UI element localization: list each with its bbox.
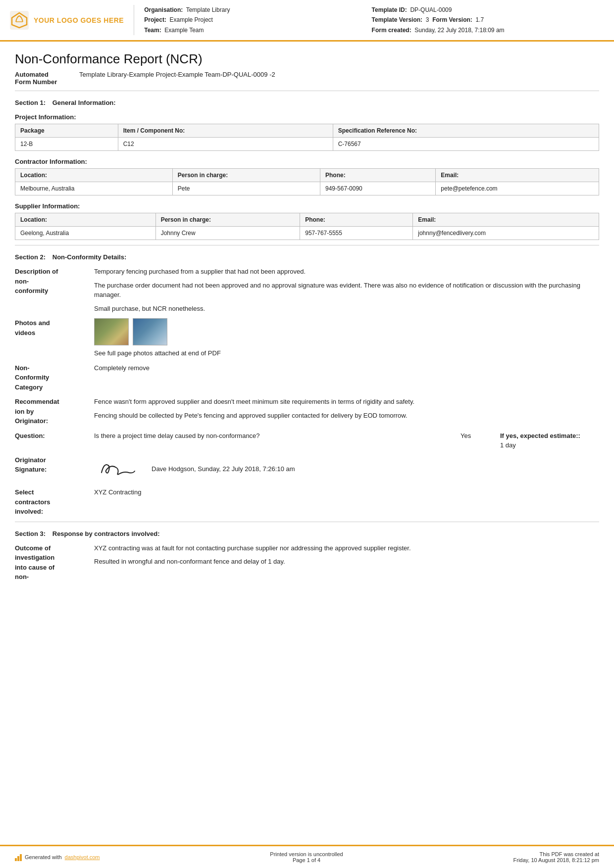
project-row: Project: Example Project [144,15,371,25]
footer-logo [15,853,22,861]
supplier-col-email: Email: [413,213,599,227]
form-created-value: Sunday, 22 July 2018, 7:18:09 am [414,27,504,34]
project-col-item: Item / Component No: [118,124,333,138]
description-p1: Temporary fencing purchased from a suppl… [94,267,599,277]
project-col-spec: Specification Reference No: [333,124,599,138]
question-estimate: If yes, expected estimate:: 1 day [500,431,599,450]
page: YOUR LOGO GOES HERE Organisation: Templa… [0,0,614,868]
supplier-col-person: Person in charge: [155,213,300,227]
logo-text: YOUR LOGO GOES HERE [34,16,124,24]
supplier-table: Location: Person in charge: Phone: Email… [15,213,599,240]
contractor-table-header-row: Location: Person in charge: Phone: Email… [15,169,599,182]
photos-label: Photos andvideos [15,318,94,338]
question-label: Question: [15,431,94,441]
question-answer: Yes [460,431,500,441]
project-label: Project: [144,16,166,23]
question-text: Is there a project time delay caused by … [94,431,460,441]
photo-thumb-2 [133,318,167,345]
contractor-col-person: Person in charge: [172,169,320,182]
question-estimate-value: 1 day [500,441,516,449]
photo-container [94,318,599,345]
team-label: Team: [144,27,161,34]
outcome-p1: XYZ contracting was at fault for not con… [94,543,599,553]
header-meta-left: Organisation: Template Library Project: … [144,5,371,35]
svg-rect-0 [10,11,29,30]
footer-bar-3 [20,854,22,861]
form-created-row: Form created: Sunday, 22 July 2018, 7:18… [372,25,599,35]
template-id-row: Template ID: DP-QUAL-0009 [372,5,599,15]
nc-category-row: Non-ConformityCategory Completely remove [15,363,599,392]
team-value: Example Team [164,27,204,34]
section1-title: General Information: [52,99,116,106]
project-table-header-row: Package Item / Component No: Specificati… [15,124,599,138]
section2-header: Section 2: Non-Conformity Details: [15,253,599,261]
contractor-col-email: Email: [436,169,599,182]
form-version-label: Form Version: [432,16,472,23]
recommendation-value: Fence wasn't form approved supplier and … [94,397,599,420]
outcome-label: Outcome ofinvestigationinto cause ofnon- [15,543,94,582]
form-version-value: 1.7 [475,16,484,23]
recommendation-row: Recommendation byOriginator: Fence wasn'… [15,397,599,426]
nc-category-value: Completely remove [94,363,599,373]
project-table-row: 12-B C12 C-76567 [15,138,599,151]
signature-display [94,455,144,483]
section2-num: Section 2: [15,253,46,261]
supplier-table-row: Geelong, Australia Johnny Crew 957-767-5… [15,227,599,240]
contractor-col-location: Location: [15,169,173,182]
footer-link[interactable]: dashpivot.com [65,854,100,860]
contractor-person-value: Pete [172,182,320,195]
recommendation-label: Recommendation byOriginator: [15,397,94,426]
originator-sig-row: OriginatorSignature: Dave Hodgson, Sunda… [15,455,599,483]
originator-sig-name: Dave Hodgson, Sunday, 22 July 2018, 7:26… [152,464,295,474]
footer-page-text: Page 1 of 4 [270,857,343,863]
photos-row: Photos andvideos See full page photos at… [15,318,599,358]
contractor-location-value: Melbourne, Australia [15,182,173,195]
form-created-label: Form created: [372,27,411,34]
org-label: Organisation: [144,6,183,13]
header-meta: Organisation: Template Library Project: … [144,5,599,35]
outcome-value: XYZ contracting was at fault for not con… [94,543,599,567]
footer: Generated with dashpivot.com Printed ver… [0,845,614,868]
outcome-row: Outcome ofinvestigationinto cause ofnon-… [15,543,599,582]
template-version-value: 3 [426,16,429,23]
project-col-package: Package [15,124,118,138]
form-number-label: AutomatedForm Number [15,71,79,86]
org-row: Organisation: Template Library [144,5,371,15]
contractors-involved-row: Selectcontractorsinvolved: XYZ Contracti… [15,487,599,517]
supplier-col-phone: Phone: [300,213,413,227]
contractors-involved-label: Selectcontractorsinvolved: [15,487,94,517]
team-row: Team: Example Team [144,25,371,35]
footer-pdf-created-text: This PDF was created at [513,851,599,857]
contractors-involved-value: XYZ Contracting [94,487,599,497]
supplier-phone-value: 957-767-5555 [300,227,413,240]
photos-caption: See full page photos attached at end of … [94,348,599,358]
supplier-person-value: Johnny Crew [155,227,300,240]
project-spec-value: C-76567 [333,138,599,151]
contractor-email-value: pete@petefence.com [436,182,599,195]
project-value: Example Project [170,16,213,23]
footer-bar-1 [15,858,17,861]
section1-num: Section 1: [15,99,46,106]
footer-bars-icon [15,853,22,861]
project-info-title: Project Information: [15,113,599,121]
contractor-info-title: Contractor Information: [15,158,599,165]
footer-right: This PDF was created at Friday, 10 Augus… [513,851,599,863]
section3-num: Section 3: [15,530,46,537]
divider-2 [15,245,599,245]
section2-title: Non-Conformity Details: [52,253,127,261]
footer-center: Printed version is uncontrolled Page 1 o… [270,851,343,863]
org-value: Template Library [186,6,230,13]
originator-sig-value: Dave Hodgson, Sunday, 22 July 2018, 7:26… [94,455,599,483]
supplier-location-value: Geelong, Australia [15,227,156,240]
report-title: Non-Conformance Report (NCR) [15,51,599,67]
recommendation-p2: Fencing should be collected by Pete's fe… [94,411,599,421]
section1-header: Section 1: General Information: [15,99,599,106]
photo-thumb-1 [94,318,129,345]
signature-svg [94,455,144,480]
footer-pdf-created-date: Friday, 10 August 2018, 8:21:12 pm [513,857,599,863]
supplier-col-location: Location: [15,213,156,227]
supplier-info-title: Supplier Information: [15,202,599,210]
template-id-value: DP-QUAL-0009 [410,6,452,13]
description-label: Description ofnon-conformity [15,267,94,296]
template-version-label: Template Version: [372,16,422,23]
